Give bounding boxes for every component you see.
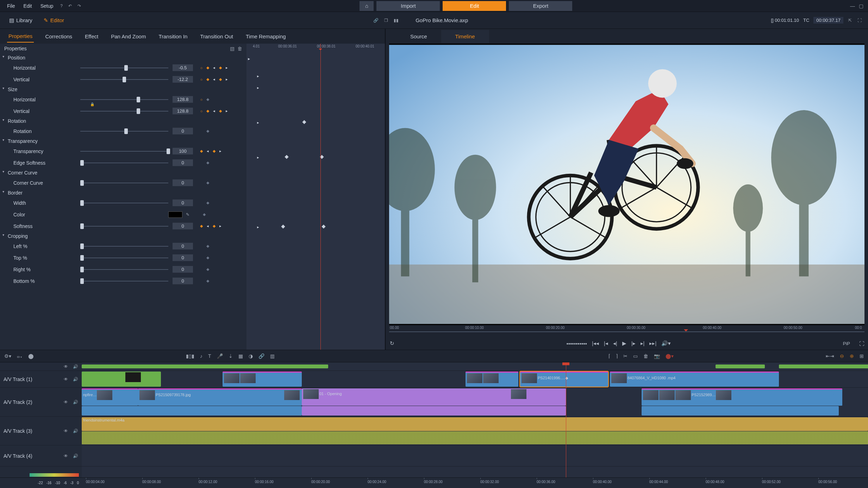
prev-clip-icon[interactable]: |◂ bbox=[604, 340, 608, 347]
maximize-icon[interactable]: ▢ bbox=[857, 3, 865, 9]
kf-left-icon[interactable]: ◂ bbox=[206, 149, 210, 153]
kf-play-icon[interactable]: ▸ bbox=[248, 56, 250, 61]
title-icon[interactable]: T bbox=[208, 353, 211, 359]
menu-edit[interactable]: Edit bbox=[19, 2, 36, 10]
track3-header[interactable]: A/V Track (3) 👁 🔊 bbox=[0, 417, 82, 445]
slider-edge-softness[interactable] bbox=[80, 162, 168, 164]
go-end-icon[interactable]: ▸▸| bbox=[649, 340, 656, 347]
kf-add-icon[interactable]: ◆ bbox=[206, 267, 210, 272]
kf-right-icon[interactable]: ▸ bbox=[218, 149, 223, 153]
slider-size-h[interactable] bbox=[80, 99, 168, 100]
pip-label[interactable]: PiP bbox=[843, 341, 854, 346]
slider-transparency[interactable] bbox=[80, 151, 168, 152]
zoom-in-icon[interactable]: ⊕ bbox=[850, 353, 854, 359]
scrub-playhead[interactable] bbox=[684, 329, 688, 334]
track4-header[interactable]: A/V Track (4) 👁 🔊 bbox=[0, 445, 82, 467]
kf-prev-icon[interactable]: ◆ bbox=[206, 109, 210, 113]
tab-transition-out[interactable]: Transition Out bbox=[199, 31, 235, 42]
kf-left-icon[interactable]: ◂ bbox=[212, 109, 216, 113]
preview-viewport[interactable] bbox=[389, 44, 864, 325]
mask-icon[interactable]: ◑ bbox=[249, 353, 253, 359]
expand-icon[interactable]: ⛶ bbox=[855, 17, 864, 24]
group-transparency[interactable]: Transparency bbox=[0, 137, 246, 145]
color-swatch[interactable] bbox=[168, 211, 182, 218]
zoom-out-icon[interactable]: ⊖ bbox=[840, 353, 844, 359]
clip-audio[interactable] bbox=[642, 406, 839, 416]
kf-reset-icon[interactable]: ○ bbox=[199, 109, 204, 113]
clip[interactable]: PS21509739178.jpg bbox=[138, 388, 302, 406]
timeline-ruler[interactable]: -22 -16 -10 -6 -3 0 00:00:04.00 00:00:08… bbox=[0, 477, 868, 488]
kf-add-icon[interactable]: ◆ bbox=[206, 279, 210, 283]
speaker-icon[interactable]: 🔊 bbox=[73, 454, 78, 458]
timecode[interactable]: 00:00:37.17 bbox=[813, 17, 843, 24]
voiceover-icon[interactable]: 🎤 bbox=[217, 353, 223, 359]
kf-left-icon[interactable]: ◂ bbox=[212, 65, 216, 70]
audio-clip[interactable] bbox=[82, 431, 868, 444]
group-rotation[interactable]: Rotation bbox=[0, 117, 246, 125]
kf-add-icon[interactable]: ◆ bbox=[218, 65, 223, 70]
kf-right-icon[interactable]: ▸ bbox=[225, 77, 229, 82]
clip-audio[interactable] bbox=[302, 406, 566, 416]
kf-right-icon[interactable]: ▸ bbox=[225, 109, 229, 113]
value-rotation[interactable]: 0 bbox=[173, 128, 193, 134]
keyframe-lane[interactable]: 4.01 00:00:36.01 00:00:38.01 00:00:40.01… bbox=[246, 44, 385, 350]
track1-header[interactable]: A/V Track (1) 👁 🔊 bbox=[0, 371, 82, 388]
play-icon[interactable]: ▶ bbox=[622, 340, 626, 347]
kf-add-icon[interactable]: ◆ bbox=[206, 160, 210, 165]
kf-left-icon[interactable]: ◂ bbox=[206, 224, 210, 228]
lock-icon[interactable]: 🔒 bbox=[90, 102, 94, 106]
speaker-icon[interactable]: 🔊 bbox=[73, 429, 78, 433]
slider-position-v[interactable] bbox=[80, 79, 168, 80]
edit-button[interactable]: Edit bbox=[443, 1, 506, 11]
volume-icon[interactable]: 🔊▾ bbox=[661, 340, 671, 347]
kf-prev-icon[interactable]: ◆ bbox=[199, 224, 204, 228]
kf-add-icon[interactable]: ◆ bbox=[212, 224, 216, 228]
preview-scrubber[interactable]: :00.00 00:00:10.00 00:00:20.00 00:00:30.… bbox=[389, 326, 864, 336]
clip[interactable]: PS2152989… bbox=[642, 388, 842, 406]
kf-reset-icon[interactable]: ○ bbox=[199, 77, 204, 82]
kf-prev-icon[interactable]: ◆ bbox=[199, 149, 204, 153]
value-border-softness[interactable]: 0 bbox=[173, 223, 193, 229]
kf-add-icon[interactable]: ◆ bbox=[206, 129, 210, 133]
eye-icon[interactable]: 👁 bbox=[64, 454, 68, 458]
slider-crop-bottom[interactable] bbox=[80, 280, 168, 282]
clip[interactable]: npfire… bbox=[82, 388, 138, 406]
kf-add-icon[interactable]: ◆ bbox=[218, 77, 223, 82]
group-position[interactable]: Position bbox=[0, 53, 246, 62]
undo-icon[interactable]: ↶ bbox=[65, 2, 75, 10]
value-position-v[interactable]: -12.2 bbox=[173, 76, 193, 83]
track-lanes[interactable]: PS21401996….◆ 84076864_V_HD1080 .mp4 npf… bbox=[82, 362, 868, 477]
clipboard-icon[interactable]: ▭ bbox=[633, 353, 638, 359]
timeline-playhead[interactable] bbox=[566, 362, 566, 477]
slider-corner-curve[interactable] bbox=[80, 182, 168, 184]
speaker-icon[interactable]: 🔊 bbox=[73, 377, 78, 382]
go-start-icon[interactable]: |◂◂ bbox=[592, 340, 599, 347]
menu-setup[interactable]: Setup bbox=[36, 2, 58, 10]
group-size[interactable]: Size bbox=[0, 85, 246, 94]
mixer-icon[interactable]: ▮▯▮ bbox=[186, 353, 194, 359]
razor-icon[interactable]: ✂ bbox=[623, 353, 627, 359]
eye-icon[interactable]: 👁 bbox=[64, 377, 68, 382]
master-clip[interactable] bbox=[779, 365, 868, 368]
value-size-h[interactable]: 128.8 bbox=[173, 96, 193, 103]
eye-icon[interactable]: 👁 bbox=[64, 364, 68, 369]
step-fwd-icon[interactable]: |▸ bbox=[631, 340, 636, 347]
master-clip[interactable] bbox=[716, 365, 765, 368]
snapshot-icon[interactable]: 📷 bbox=[654, 353, 660, 359]
value-border-width[interactable]: 0 bbox=[173, 199, 193, 206]
value-position-h[interactable]: -0.5 bbox=[173, 64, 193, 71]
kf-right-icon[interactable]: ▸ bbox=[225, 65, 229, 70]
minimize-icon[interactable]: — bbox=[848, 3, 857, 9]
kf-add-icon[interactable]: ◆ bbox=[206, 244, 210, 248]
kf-reset-icon[interactable]: ○ bbox=[199, 66, 204, 70]
value-crop-bottom[interactable]: 0 bbox=[173, 278, 193, 284]
tab-effect[interactable]: Effect bbox=[83, 31, 100, 42]
slider-size-v[interactable] bbox=[80, 110, 168, 112]
clip[interactable] bbox=[466, 372, 518, 387]
clip[interactable]: 84076864_V_HD1080 .mp4 bbox=[610, 372, 779, 387]
split-icon[interactable]: ▥ bbox=[270, 353, 275, 359]
clip[interactable] bbox=[223, 372, 302, 387]
slider-crop-left[interactable] bbox=[80, 246, 168, 247]
gear-icon[interactable]: ⚙▾ bbox=[4, 353, 11, 359]
speaker-icon[interactable]: 🔊 bbox=[73, 400, 78, 405]
